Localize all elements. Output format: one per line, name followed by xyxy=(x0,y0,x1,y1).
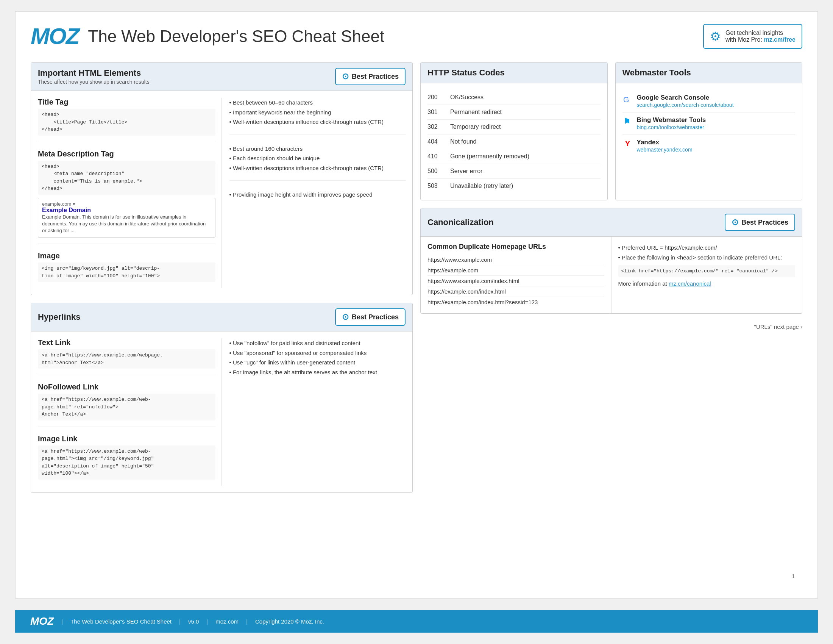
status-code-200: 200 xyxy=(428,94,450,101)
left-column: Important HTML Elements These affect how… xyxy=(31,62,413,493)
hyper-left: Text Link <a href="https://www.example.c… xyxy=(38,338,222,486)
meta-desc-heading: Meta Description Tag xyxy=(38,150,215,158)
status-desc-410: Gone (permanently removed) xyxy=(450,153,529,160)
image-link-code: <a href="https://www.example.com/web- pa… xyxy=(38,446,215,480)
webmaster-bing: Bing Webmaster Tools bing.com/toolbox/we… xyxy=(622,113,796,135)
hyper-best-practices-badge: ⊙ Best Practices xyxy=(335,308,405,326)
hyper-tip-list: Use "nofollow" for paid links and distru… xyxy=(230,338,406,377)
http-status-body: 200 OK/Success 301 Permanent redirect 30… xyxy=(421,83,607,200)
canon-url-3: https://www.example.com/index.html xyxy=(428,276,604,287)
footer-site: moz.com xyxy=(215,618,238,625)
bing-url[interactable]: bing.com/toolbox/webmaster xyxy=(637,124,704,130)
main-grid: Important HTML Elements These affect how… xyxy=(31,62,802,493)
search-preview-title: Example Domain xyxy=(42,207,211,214)
hyperlinks-grid: Text Link <a href="https://www.example.c… xyxy=(38,338,405,486)
status-code-301: 301 xyxy=(428,109,450,116)
status-code-410: 410 xyxy=(428,153,450,160)
status-desc-200: OK/Success xyxy=(450,94,484,101)
status-code-302: 302 xyxy=(428,124,450,130)
bp-icon: ⊙ xyxy=(342,72,349,81)
promo-text: Get technical insights with Moz Pro: mz.… xyxy=(725,29,796,43)
html-elements-header: Important HTML Elements These affect how… xyxy=(31,63,412,91)
meta-tips: Best around 160 characters Each descript… xyxy=(230,144,406,181)
status-desc-301: Permanent redirect xyxy=(450,109,502,116)
nofollowed-code: <a href="https://www.example.com/web- pa… xyxy=(38,394,215,420)
html-elements-body: Title Tag <head> <title>Page Title</titl… xyxy=(31,91,412,295)
nofollowed-heading: NoFollowed Link xyxy=(38,383,215,391)
hyper-tip-1: Use "nofollow" for paid links and distru… xyxy=(230,338,406,348)
bing-name: Bing Webmaster Tools xyxy=(637,116,706,124)
nofollowed-section: NoFollowed Link <a href="https://www.exa… xyxy=(38,383,215,427)
title-tag-heading: Title Tag xyxy=(38,98,215,106)
html-elem-left: Title Tag <head> <title>Page Title</titl… xyxy=(38,98,222,288)
webmaster-body: G Google Search Console search.google.co… xyxy=(616,83,802,164)
title-tip-list: Best between 50–60 characters Important … xyxy=(230,98,406,127)
webmaster-tools-panel: Webmaster Tools G Google Search Console … xyxy=(615,62,803,200)
meta-desc-code: <head> <meta name="description" content=… xyxy=(38,161,215,195)
html-elements-subtitle: These affect how you show up in search r… xyxy=(38,79,150,85)
image-tip-list: Providing image height and width improve… xyxy=(230,190,406,200)
canon-more-link[interactable]: mz.cm/canonical xyxy=(669,280,711,287)
google-logo: G xyxy=(622,95,633,106)
canon-url-2: https://example.com xyxy=(428,265,604,276)
title-tag-code: <head> <title>Page Title</title> </head> xyxy=(38,109,215,135)
canonicalization-panel: Canonicalization ⊙ Best Practices Common… xyxy=(420,208,802,314)
html-elements-panel: Important HTML Elements These affect how… xyxy=(31,62,413,295)
svg-marker-1 xyxy=(625,118,629,124)
status-row-302: 302 Temporary redirect xyxy=(428,120,600,134)
promo-link[interactable]: mz.cm/free xyxy=(764,36,796,43)
hyper-tip-3: Use "ugc" for links within user-generate… xyxy=(230,357,406,367)
hyper-tip-2: Use "sponsored" for sponsored or compens… xyxy=(230,348,406,358)
canon-tip-list: Preferred URL = https://example.com/ Pla… xyxy=(618,243,796,262)
footer-logo: MOZ xyxy=(30,615,54,627)
webmaster-google-info: Google Search Console search.google.com/… xyxy=(637,94,734,108)
footer-copyright: Copyright 2020 © Moz, Inc. xyxy=(255,618,324,625)
http-status-panel: HTTP Status Codes 200 OK/Success 301 Per… xyxy=(420,62,608,200)
status-desc-302: Temporary redirect xyxy=(450,124,500,130)
html-elements-grid: Title Tag <head> <title>Page Title</titl… xyxy=(38,98,405,288)
html-elem-right: Best between 50–60 characters Important … xyxy=(222,98,406,288)
yandex-url[interactable]: webmaster.yandex.com xyxy=(637,147,693,153)
canon-code-block: <link href="https://example.com/" rel= "… xyxy=(618,265,796,277)
image-tip-1: Providing image height and width improve… xyxy=(230,190,406,200)
hyperlinks-body: Text Link <a href="https://www.example.c… xyxy=(31,332,412,493)
webmaster-bing-info: Bing Webmaster Tools bing.com/toolbox/we… xyxy=(637,116,706,131)
next-page-note: "URLs" next page › xyxy=(420,321,802,332)
canon-header: Canonicalization ⊙ Best Practices xyxy=(421,208,802,237)
html-best-practices-badge: ⊙ Best Practices xyxy=(335,68,405,85)
canon-duplicate-title: Common Duplicate Homepage URLs xyxy=(428,243,604,251)
image-heading: Image xyxy=(38,251,215,260)
text-link-heading: Text Link xyxy=(38,338,215,347)
html-elements-title-block: Important HTML Elements These affect how… xyxy=(38,68,150,85)
canon-title: Canonicalization xyxy=(428,217,494,227)
status-row-500: 500 Server error xyxy=(428,164,600,179)
webmaster-yandex: Y Yandex webmaster.yandex.com xyxy=(622,135,796,157)
canon-url-4: https://example.com/index.html xyxy=(428,287,604,297)
text-link-section: Text Link <a href="https://www.example.c… xyxy=(38,338,215,375)
title-tip-3: Well-written descriptions influence clic… xyxy=(230,117,406,127)
hyper-tip-4: For image links, the alt attribute serve… xyxy=(230,367,406,377)
http-status-header: HTTP Status Codes xyxy=(421,63,607,83)
yandex-logo: Y xyxy=(622,139,633,148)
hyper-right: Use "nofollow" for paid links and distru… xyxy=(222,338,406,486)
status-row-200: 200 OK/Success xyxy=(428,90,600,105)
webmaster-title: Webmaster Tools xyxy=(622,68,691,78)
hyperlinks-title: Hyperlinks xyxy=(38,312,80,322)
canon-more-info: More information at mz.cm/canonical xyxy=(618,280,796,287)
title-tip-2: Important keywords near the beginning xyxy=(230,108,406,118)
canon-url-5: https://example.com/index.html?sessid=12… xyxy=(428,297,604,307)
status-code-404: 404 xyxy=(428,138,450,145)
status-row-404: 404 Not found xyxy=(428,134,600,149)
canon-right: Preferred URL = https://example.com/ Pla… xyxy=(611,237,802,313)
header-promo: ⚙ Get technical insights with Moz Pro: m… xyxy=(703,24,802,49)
canon-best-practices-badge: ⊙ Best Practices xyxy=(725,214,795,231)
moz-logo: MOZ xyxy=(31,23,79,49)
image-link-section: Image Link <a href="https://www.example.… xyxy=(38,435,215,486)
meta-tip-1: Best around 160 characters xyxy=(230,144,406,154)
footer-tagline: The Web Developer's SEO Cheat Sheet xyxy=(71,618,172,625)
webmaster-google: G Google Search Console search.google.co… xyxy=(622,90,796,113)
google-url[interactable]: search.google.com/search-console/about xyxy=(637,102,734,108)
canon-body: Common Duplicate Homepage URLs https://w… xyxy=(421,237,802,313)
status-desc-503: Unavailable (retry later) xyxy=(450,183,513,189)
title-tips: Best between 50–60 characters Important … xyxy=(230,98,406,135)
